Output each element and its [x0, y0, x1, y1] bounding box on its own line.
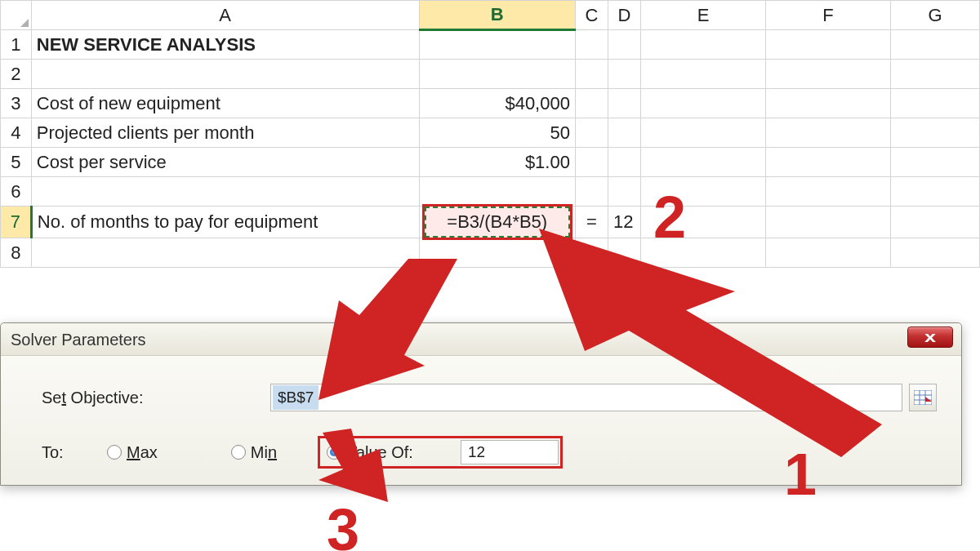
radio-max[interactable]: Max: [107, 443, 158, 462]
row-header-5[interactable]: 5: [1, 148, 32, 177]
radio-value-of[interactable]: Value Of:: [327, 443, 413, 462]
cell-D4[interactable]: [608, 118, 640, 148]
cell-F7[interactable]: [766, 207, 891, 238]
cell-D1[interactable]: [608, 30, 640, 60]
cell-C7[interactable]: =: [575, 207, 608, 238]
row-header-6[interactable]: 6: [1, 177, 32, 207]
cell-G4[interactable]: [891, 118, 980, 148]
cell-A8[interactable]: [31, 238, 419, 268]
cell-E3[interactable]: [640, 89, 765, 118]
range-select-button[interactable]: [909, 384, 937, 411]
cell-D6[interactable]: [608, 177, 640, 207]
cell-C6[interactable]: [575, 177, 608, 207]
cell-G5[interactable]: [891, 148, 980, 177]
cell-G7[interactable]: [891, 207, 980, 238]
col-header-B[interactable]: B: [419, 1, 575, 30]
cell-B1[interactable]: [419, 30, 575, 60]
cell-C3[interactable]: [575, 89, 608, 118]
cell-A5[interactable]: Cost per service: [31, 148, 419, 177]
dialog-body: Set Objective: $B$7 To: Max Min: [1, 356, 961, 485]
cell-F4[interactable]: [766, 118, 891, 148]
cell-E2[interactable]: [640, 60, 765, 89]
dialog-title-text: Solver Parameters: [11, 331, 146, 349]
col-header-A[interactable]: A: [31, 1, 419, 30]
cell-A7[interactable]: No. of months to pay for equipment: [31, 207, 419, 238]
cell-F6[interactable]: [766, 177, 891, 207]
radio-icon: [327, 445, 341, 460]
row-header-4[interactable]: 4: [1, 118, 32, 148]
cell-C1[interactable]: [575, 30, 608, 60]
cell-E5[interactable]: [640, 148, 765, 177]
cell-B5[interactable]: $1.00: [419, 148, 575, 177]
radio-icon: [231, 445, 246, 460]
cell-B2[interactable]: [419, 60, 575, 89]
to-radio-group: Max Min Value Of: 12: [107, 436, 563, 469]
col-header-G[interactable]: G: [891, 1, 980, 30]
row-header-1[interactable]: 1: [1, 30, 32, 60]
cell-A1[interactable]: NEW SERVICE ANALYSIS: [31, 30, 419, 60]
cell-G6[interactable]: [891, 177, 980, 207]
spreadsheet-ref-icon: [914, 390, 932, 405]
col-header-E[interactable]: E: [640, 1, 765, 30]
col-header-C[interactable]: C: [575, 1, 608, 30]
cell-A6[interactable]: [31, 177, 419, 207]
cell-D3[interactable]: [608, 89, 640, 118]
cell-C8[interactable]: [575, 238, 608, 268]
cell-A2[interactable]: [31, 60, 419, 89]
cell-C4[interactable]: [575, 118, 608, 148]
annotation-number-2: 2: [653, 184, 686, 251]
value-of-input[interactable]: 12: [461, 440, 559, 464]
annotation-number-1: 1: [784, 441, 817, 508]
col-header-F[interactable]: F: [766, 1, 891, 30]
row-header-2[interactable]: 2: [1, 60, 32, 89]
svg-rect-0: [914, 390, 932, 405]
select-all-corner[interactable]: [1, 1, 32, 30]
cell-F1[interactable]: [766, 30, 891, 60]
cell-F2[interactable]: [766, 60, 891, 89]
objective-value-text: $B$7: [273, 385, 318, 410]
to-label: To:: [42, 443, 107, 462]
value-of-highlight: Value Of: 12: [318, 436, 563, 469]
dialog-titlebar[interactable]: Solver Parameters x: [1, 323, 961, 356]
set-objective-input[interactable]: $B$7: [270, 384, 902, 411]
close-icon: x: [924, 327, 936, 347]
cell-A4[interactable]: Projected clients per month: [31, 118, 419, 148]
cell-D7[interactable]: 12: [608, 207, 640, 238]
cell-A3[interactable]: Cost of new equipment: [31, 89, 419, 118]
annotation-number-3: 3: [327, 496, 359, 551]
cell-F3[interactable]: [766, 89, 891, 118]
cell-F8[interactable]: [766, 238, 891, 268]
cell-B6[interactable]: [419, 177, 575, 207]
cell-C2[interactable]: [575, 60, 608, 89]
cell-D2[interactable]: [608, 60, 640, 89]
cell-D5[interactable]: [608, 148, 640, 177]
cell-B8[interactable]: [419, 238, 575, 268]
cell-B7[interactable]: =B3/(B4*B5): [419, 207, 575, 238]
cell-D8[interactable]: [608, 238, 640, 268]
row-header-3[interactable]: 3: [1, 89, 32, 118]
radio-min[interactable]: Min: [231, 443, 277, 462]
col-header-D[interactable]: D: [608, 1, 640, 30]
cell-C5[interactable]: [575, 148, 608, 177]
cell-E4[interactable]: [640, 118, 765, 148]
set-objective-label: Set Objective:: [42, 389, 270, 407]
spreadsheet-grid[interactable]: A B C D E F G 1 NEW SERVICE ANALYSIS 2 3…: [0, 0, 980, 268]
cell-F5[interactable]: [766, 148, 891, 177]
formula-text: =B3/(B4*B5): [425, 207, 570, 238]
cell-E1[interactable]: [640, 30, 765, 60]
solver-parameters-dialog: Solver Parameters x Set Objective: $B$7 …: [0, 322, 962, 486]
cell-B3[interactable]: $40,000: [419, 89, 575, 118]
cell-B4[interactable]: 50: [419, 118, 575, 148]
close-button[interactable]: x: [907, 327, 953, 348]
cell-G8[interactable]: [891, 238, 980, 268]
cell-G2[interactable]: [891, 60, 980, 89]
cell-G3[interactable]: [891, 89, 980, 118]
radio-icon: [107, 445, 122, 460]
row-header-7[interactable]: 7: [1, 207, 32, 238]
cell-G1[interactable]: [891, 30, 980, 60]
row-header-8[interactable]: 8: [1, 238, 32, 268]
